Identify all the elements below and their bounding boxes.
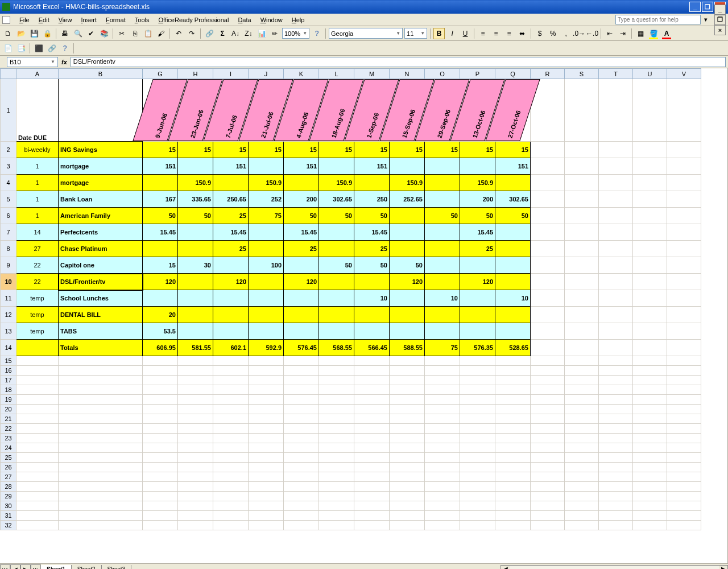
cell-empty[interactable] [425,492,460,501]
cell-empty[interactable] [633,472,667,482]
cell-val-9-10[interactable] [495,257,531,274]
hscroll-right[interactable]: ▶ [719,566,727,569]
cell-empty[interactable] [143,395,178,405]
cell-empty[interactable] [565,511,599,521]
pdf-button-2[interactable]: 📑 [15,43,27,54]
cell-empty[interactable] [178,414,213,424]
cell-empty[interactable] [284,385,319,395]
cell-empty[interactable] [249,501,284,511]
cell-empty[interactable] [425,356,460,366]
cell-empty[interactable] [390,463,425,472]
col-header-Q[interactable]: Q [495,69,531,79]
row-header-22[interactable]: 22 [1,424,16,434]
cell-due-11[interactable]: temp [16,290,59,307]
cell-empty[interactable] [143,453,178,463]
cell-empty[interactable] [16,453,59,463]
cell-val-3-2[interactable]: 151 [213,158,249,175]
currency-button[interactable]: $ [534,28,545,39]
date-header-10[interactable]: 27-Oct-06 [495,79,531,142]
cell-val-3-4[interactable]: 151 [284,158,319,175]
cell-empty[interactable] [16,434,59,443]
cell-empty[interactable] [633,482,667,492]
row-header-1[interactable]: 1 [1,79,16,142]
col-header-R[interactable]: R [531,69,565,79]
cell-empty[interactable] [599,241,633,257]
cell-val-7-2[interactable]: 15.45 [213,224,249,241]
cell-empty[interactable] [319,501,354,511]
cell-due-13[interactable]: temp [16,323,59,340]
cell-val-11-7[interactable] [390,290,425,307]
cell-empty[interactable] [249,405,284,414]
cell-val-3-0[interactable]: 151 [143,158,178,175]
chart-button[interactable]: 📊 [256,28,267,39]
cell-val-10-6[interactable] [354,274,390,290]
cell-empty[interactable] [390,443,425,453]
cell-val-11-4[interactable] [284,290,319,307]
cell-empty[interactable] [599,376,633,385]
cell-empty[interactable] [531,511,565,521]
cell-empty[interactable] [565,356,599,366]
cell-val-9-2[interactable] [213,257,249,274]
cell-empty[interactable] [531,385,565,395]
cell-empty[interactable] [16,395,59,405]
cell-val-8-1[interactable] [178,241,213,257]
cell-empty[interactable] [284,366,319,376]
cell-empty[interactable] [425,376,460,385]
cell-val-9-6[interactable]: 50 [354,257,390,274]
cell-empty[interactable] [633,142,667,158]
cell-empty[interactable] [16,472,59,482]
cell-empty[interactable] [599,79,633,142]
cell-empty[interactable] [460,405,495,414]
col-header-J[interactable]: J [249,69,284,79]
cell-val-9-4[interactable] [284,257,319,274]
cell-B1[interactable] [59,79,143,142]
menu-file[interactable]: File [15,15,34,24]
cell-empty[interactable] [495,414,531,424]
cell-val-9-7[interactable]: 50 [390,257,425,274]
cell-empty[interactable] [633,323,667,340]
cell-due-7[interactable]: 14 [16,224,59,241]
cell-empty[interactable] [390,385,425,395]
cell-val-14-3[interactable]: 592.9 [249,340,284,356]
cell-empty[interactable] [633,385,667,395]
cell-empty[interactable] [633,274,667,290]
cell-empty[interactable] [354,453,390,463]
cell-empty[interactable] [667,501,701,511]
cell-empty[interactable] [354,463,390,472]
cell-val-6-4[interactable]: 50 [284,208,319,224]
cell-empty[interactable] [599,274,633,290]
cell-empty[interactable] [178,521,213,530]
cell-empty[interactable] [599,208,633,224]
cell-val-8-10[interactable] [495,241,531,257]
sheet-nav-first[interactable]: ⏮ [0,564,10,569]
cell-val-9-9[interactable] [460,257,495,274]
cell-val-2-9[interactable]: 15 [460,142,495,158]
cell-empty[interactable] [531,376,565,385]
cell-empty[interactable] [425,482,460,492]
cell-empty[interactable] [390,366,425,376]
cell-val-12-1[interactable] [178,307,213,323]
row-header-28[interactable]: 28 [1,482,16,492]
cell-val-13-7[interactable] [390,323,425,340]
cell-val-11-6[interactable]: 10 [354,290,390,307]
cell-empty[interactable] [354,385,390,395]
cell-empty[interactable] [667,307,701,323]
cell-empty[interactable] [633,356,667,366]
cell-empty[interactable] [143,443,178,453]
cell-due-4[interactable]: 1 [16,175,59,191]
cell-empty[interactable] [425,463,460,472]
cell-empty[interactable] [249,472,284,482]
cell-val-10-8[interactable] [425,274,460,290]
cell-empty[interactable] [633,158,667,175]
cell-empty[interactable] [143,482,178,492]
cell-val-4-2[interactable] [213,175,249,191]
cell-empty[interactable] [633,492,667,501]
cell-empty[interactable] [59,414,143,424]
borders-button[interactable]: ▦ [635,28,646,39]
cell-empty[interactable] [143,521,178,530]
cell-empty[interactable] [667,385,701,395]
cell-val-2-3[interactable]: 15 [249,142,284,158]
cell-empty[interactable] [178,385,213,395]
cell-empty[interactable] [425,366,460,376]
spelling-button[interactable]: ✔ [85,28,97,39]
